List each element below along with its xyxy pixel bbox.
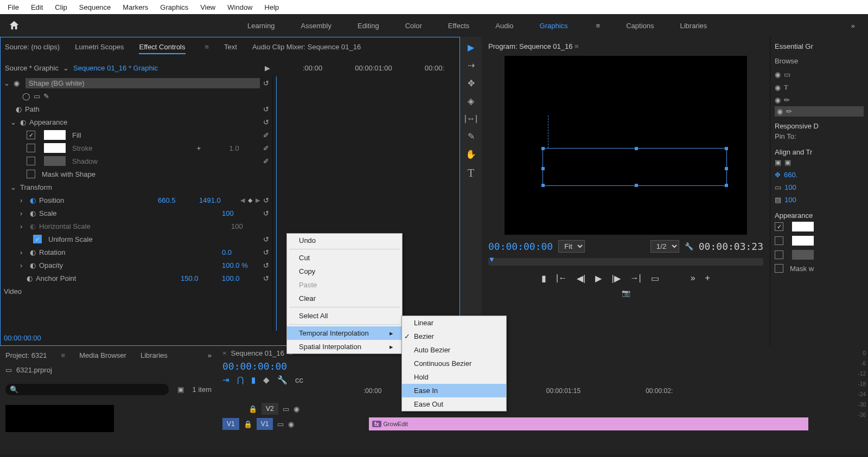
visibility-icon[interactable]: ◉: [775, 83, 781, 92]
ess-pos-x[interactable]: 660.: [784, 171, 797, 179]
visibility-icon[interactable]: ◉: [775, 96, 781, 104]
layer-shape[interactable]: Shape (BG white): [25, 78, 260, 88]
ess-opacity[interactable]: 100: [784, 196, 796, 204]
menu-window[interactable]: Window: [222, 1, 258, 14]
uniform-checkbox[interactable]: ✓: [33, 235, 42, 243]
interp-ease-out[interactable]: Ease Out: [402, 397, 506, 411]
tab-source[interactable]: Source: (no clips): [5, 43, 60, 54]
track-v2[interactable]: V2: [261, 403, 278, 415]
menu-clip[interactable]: Clip: [49, 1, 72, 14]
eyedropper-icon[interactable]: ✐: [263, 157, 269, 165]
bin-icon[interactable]: ▭: [5, 366, 12, 374]
expand-icon[interactable]: ›: [20, 222, 27, 230]
crumb-sequence[interactable]: Sequence 01_16 * Graphic: [73, 64, 158, 72]
selection-tool-icon[interactable]: ▶: [468, 42, 474, 53]
pen-icon[interactable]: ✏: [786, 107, 792, 115]
align-icon[interactable]: |↔|: [464, 114, 477, 124]
opacity-value[interactable]: 100.0 %: [222, 261, 260, 269]
toggle-output-icon[interactable]: ▭: [277, 420, 284, 428]
project-search[interactable]: [18, 385, 164, 394]
ctx-temporal-interpolation[interactable]: Temporal Interpolation▸: [287, 326, 402, 340]
program-tab[interactable]: Program: Sequence 01_16: [488, 42, 572, 50]
workspace-effects[interactable]: Effects: [448, 22, 470, 30]
ctx-spatial-interpolation[interactable]: Spatial Interpolation▸: [287, 340, 402, 353]
lock-icon[interactable]: 🔒: [248, 405, 257, 413]
pen-mask-icon[interactable]: ✎: [43, 92, 49, 100]
source-v1[interactable]: V1: [222, 418, 239, 430]
pen-icon[interactable]: ✏: [784, 96, 790, 104]
mark-in-icon[interactable]: |←: [556, 273, 567, 284]
program-scrubber[interactable]: ▼: [488, 258, 763, 266]
move-tool-icon[interactable]: ✥: [468, 78, 475, 88]
menu-view[interactable]: View: [195, 1, 221, 14]
align-left-icon[interactable]: ▣: [775, 158, 781, 166]
rotate-tool-icon[interactable]: ◈: [468, 96, 474, 106]
interp-auto-bezier[interactable]: Auto Bezier: [402, 343, 506, 357]
wrench-icon[interactable]: 🔧: [685, 242, 693, 250]
marker-icon[interactable]: ◆: [263, 375, 270, 385]
ess-shadow-swatch[interactable]: [792, 250, 814, 260]
zoom-fit-select[interactable]: Fit: [558, 240, 585, 253]
add-stroke-icon[interactable]: +: [194, 144, 205, 152]
ctx-cut[interactable]: Cut: [287, 251, 402, 265]
ess-fill-swatch[interactable]: [792, 222, 814, 231]
step-forward-icon[interactable]: |▶: [611, 273, 620, 284]
ess-scale[interactable]: 100: [784, 183, 796, 191]
rect-mask-icon[interactable]: ▭: [34, 92, 40, 100]
tab-text[interactable]: Text: [224, 43, 237, 54]
fill-checkbox[interactable]: ✓: [27, 131, 35, 139]
workspace-audio[interactable]: Audio: [495, 22, 513, 30]
vertical-type-icon[interactable]: ⇢: [468, 60, 475, 70]
reset-icon[interactable]: ↺: [263, 274, 269, 282]
stopwatch-icon[interactable]: ◐: [30, 222, 36, 230]
tab-audio-mixer[interactable]: Audio Clip Mixer: Sequence 01_16: [252, 43, 361, 54]
menu-help[interactable]: Help: [259, 1, 285, 14]
effect-timecode[interactable]: 00:00:00:00: [4, 334, 41, 342]
stopwatch-icon[interactable]: ◐: [30, 196, 36, 204]
tab-effect-controls[interactable]: Effect Controls: [139, 43, 185, 54]
cc-icon[interactable]: cc: [295, 375, 303, 385]
interp-hold[interactable]: Hold: [402, 370, 506, 384]
stroke-width[interactable]: 1.0: [229, 144, 239, 152]
overflow-icon[interactable]: »: [208, 351, 212, 359]
play-icon[interactable]: ▶: [265, 64, 270, 72]
shadow-swatch[interactable]: [44, 156, 66, 166]
panel-menu-icon[interactable]: ≡: [575, 42, 579, 50]
tab-lumetri[interactable]: Lumetri Scopes: [75, 43, 124, 54]
reset-icon[interactable]: ↺: [263, 196, 269, 204]
reset-icon[interactable]: ↺: [263, 248, 269, 256]
resolution-select[interactable]: 1/2: [650, 240, 679, 253]
program-tc-in[interactable]: 00:00:00:00: [488, 241, 553, 252]
mark-out-icon[interactable]: →|: [630, 273, 641, 284]
close-tab-icon[interactable]: ×: [222, 349, 227, 357]
scale-value[interactable]: 100: [222, 209, 260, 217]
toggle-output-icon[interactable]: ▭: [283, 405, 289, 413]
stopwatch-icon[interactable]: ◐: [20, 118, 26, 126]
text-icon[interactable]: T: [784, 83, 788, 92]
step-back-icon[interactable]: ◀|: [577, 273, 585, 284]
anchor-x[interactable]: 150.0: [181, 274, 219, 282]
stroke-swatch[interactable]: [44, 143, 66, 153]
collapse-icon[interactable]: ⌄: [4, 79, 10, 87]
interp-ease-in[interactable]: Ease In: [402, 384, 506, 397]
expand-icon[interactable]: ›: [20, 209, 27, 217]
reset-icon[interactable]: ↺: [263, 105, 269, 113]
collapse-icon[interactable]: ⌄: [10, 118, 17, 126]
timeline-tab[interactable]: Sequence 01_16: [231, 349, 284, 357]
stroke-checkbox[interactable]: [27, 144, 35, 152]
expand-icon[interactable]: ›: [20, 261, 27, 269]
reset-icon[interactable]: ↺: [263, 79, 269, 87]
workspace-assembly[interactable]: Assembly: [301, 22, 331, 30]
pos-y[interactable]: 1491.0: [199, 196, 237, 204]
ctx-select-all[interactable]: Select All: [287, 309, 402, 323]
expand-icon[interactable]: ›: [20, 196, 27, 204]
selected-shape[interactable]: [542, 148, 727, 186]
stopwatch-icon[interactable]: ◐: [30, 248, 36, 256]
rect-icon[interactable]: ▭: [784, 70, 790, 79]
ess-shadow-checkbox[interactable]: [775, 250, 783, 259]
stopwatch-icon[interactable]: ◐: [30, 261, 36, 269]
program-canvas[interactable]: [505, 56, 747, 235]
workspace-captions[interactable]: Captions: [626, 22, 654, 30]
stopwatch-icon[interactable]: ◐: [16, 105, 22, 113]
visibility-icon[interactable]: ◉: [14, 79, 22, 87]
